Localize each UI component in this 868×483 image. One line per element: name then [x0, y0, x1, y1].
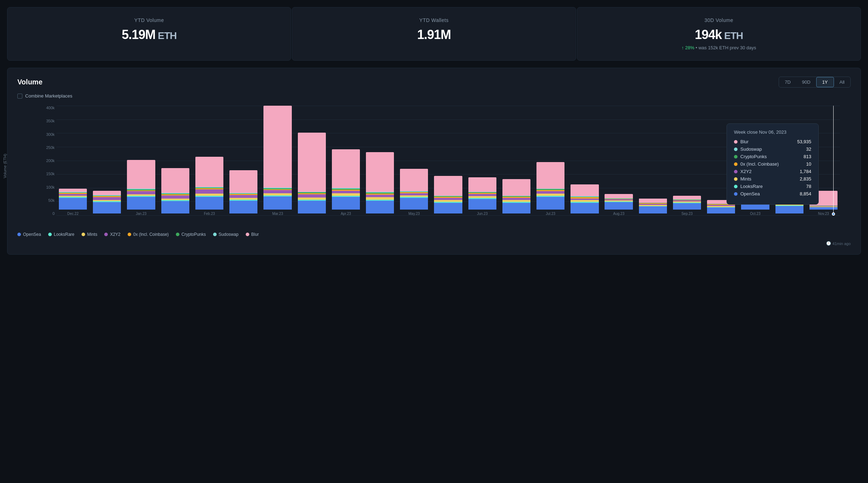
bar-segment-opensea	[332, 197, 360, 210]
bar-segment-blur	[195, 157, 223, 187]
x-axis-label: Dec.22	[67, 212, 79, 216]
bar-segment-blur	[605, 194, 633, 198]
bar-segment-blur	[127, 160, 155, 189]
tooltip-dot	[734, 148, 738, 151]
bar-group[interactable]	[227, 106, 260, 216]
combine-checkbox[interactable]	[17, 94, 22, 99]
legend-item-mints[interactable]: Mints	[82, 232, 98, 237]
bar-segment-opensea	[536, 197, 564, 210]
legend-dot	[246, 233, 249, 236]
legend-item-cryptopunks[interactable]: CryptoPunks	[176, 232, 206, 237]
tooltip-left: X2Y2	[734, 169, 752, 174]
time-filter-1y[interactable]: 1Y	[816, 77, 834, 87]
bar-segment-opensea	[468, 199, 496, 210]
y-axis-label: 200k	[46, 159, 55, 163]
bar-segment-opensea	[59, 198, 87, 210]
bar-group[interactable]	[295, 106, 328, 216]
stat-label: YTD Volume	[19, 17, 279, 23]
tooltip-value: 10	[806, 161, 811, 167]
legend-item-0x-(incl.-coinbase)[interactable]: 0x (Incl. Coinbase)	[128, 232, 169, 237]
bar-group[interactable]: Aug.23	[602, 106, 635, 216]
legend-dot	[17, 233, 21, 236]
bar-group[interactable]: May.23	[397, 106, 430, 216]
legend-item-blur[interactable]: Blur	[246, 232, 259, 237]
bar-segment-opensea	[809, 207, 838, 210]
tooltip: Week close Nov 06, 2023Blur53,935Sudoswa…	[727, 123, 819, 205]
y-axis-label: 250k	[46, 145, 55, 150]
bar-segment-blur	[298, 133, 326, 191]
bar-group[interactable]	[636, 106, 669, 216]
bar-segment-blur	[673, 196, 701, 200]
time-filter-90d[interactable]: 90D	[796, 77, 816, 87]
tooltip-row: CryptoPunks813	[734, 154, 811, 159]
tooltip-value: 813	[803, 154, 811, 159]
bars-area: Dec.22Jan.23Feb.23Mar.23Apr.23May.23Jun.…	[56, 106, 840, 216]
bar-group[interactable]: Mar.23	[261, 106, 294, 216]
x-axis-label: Feb.23	[204, 212, 215, 216]
bar-segment-x2y2	[195, 189, 223, 194]
x-axis-label: Jun.23	[477, 212, 488, 216]
tooltip-left: Mints	[734, 176, 751, 182]
bar-group[interactable]	[363, 106, 396, 216]
bar-group[interactable]: Dec.22	[56, 106, 89, 216]
bar-segment-opensea	[775, 206, 803, 213]
chart-header: Volume 7D90D1YAll	[17, 77, 851, 88]
x-axis-label: May.23	[408, 212, 420, 216]
bar-segment-opensea	[195, 197, 223, 210]
bar-segment-opensea	[605, 202, 633, 210]
bar-group[interactable]: Sep.23	[671, 106, 703, 216]
legend-label: OpenSea	[23, 232, 41, 237]
tooltip-row: LooksRare78	[734, 184, 811, 189]
cursor-dot	[832, 212, 835, 216]
bar-segment-blur	[263, 106, 291, 188]
legend-dot	[104, 233, 108, 236]
y-axis: 400k350k300k250k200k150k100k50k0	[39, 106, 55, 216]
bar-segment-opensea	[673, 203, 701, 210]
timestamp: 🕐 41min ago	[17, 241, 851, 246]
bar-segment-opensea	[434, 203, 462, 213]
x-axis-label: Jan.23	[136, 212, 146, 216]
y-axis-label: 150k	[46, 172, 55, 176]
bar-segment-opensea	[298, 201, 326, 213]
legend-item-sudoswap[interactable]: Sudoswap	[213, 232, 239, 237]
bar-group[interactable]	[90, 106, 123, 216]
legend-item-opensea[interactable]: OpenSea	[17, 232, 41, 237]
tooltip-row: Mints2,835	[734, 176, 811, 182]
stat-change: ↑ 28% • was 152k ETH prev 30 days	[589, 45, 849, 50]
bar-group[interactable]	[432, 106, 464, 216]
y-axis-label: 100k	[46, 185, 55, 189]
bar-segment-x2y2	[263, 190, 291, 193]
legend-dot	[213, 233, 217, 236]
legend-label: Mints	[87, 232, 98, 237]
bar-segment-opensea	[639, 206, 667, 213]
tooltip-dot	[734, 170, 738, 173]
legend-dot	[176, 233, 179, 236]
bar-group[interactable]: Jan.23	[124, 106, 157, 216]
bar-group[interactable]: Jul.23	[534, 106, 567, 216]
bar-segment-x2y2	[93, 197, 121, 200]
tooltip-dot	[734, 140, 738, 144]
tooltip-dot	[734, 192, 738, 196]
tooltip-dot	[734, 162, 738, 166]
bar-group[interactable]: Apr.23	[329, 106, 362, 216]
time-filter-all[interactable]: All	[834, 77, 850, 87]
tooltip-dot	[734, 155, 738, 159]
tooltip-name: CryptoPunks	[740, 154, 767, 159]
bar-group[interactable]: Feb.23	[193, 106, 226, 216]
bar-group[interactable]	[159, 106, 192, 216]
combine-row: Combine Marketplaces	[17, 93, 851, 99]
bar-group[interactable]	[500, 106, 533, 216]
legend-dot	[82, 233, 85, 236]
tooltip-row: 0x (Incl. Coinbase)10	[734, 161, 811, 167]
tooltip-title: Week close Nov 06, 2023	[734, 129, 811, 135]
bar-group[interactable]	[568, 106, 601, 216]
bar-segment-opensea	[400, 198, 428, 210]
stat-label: 30D Volume	[589, 17, 849, 23]
chart-container: 400k350k300k250k200k150k100k50k0 Dec.22J…	[56, 106, 840, 226]
bar-segment-blur	[536, 162, 564, 188]
time-filter-7d[interactable]: 7D	[779, 77, 796, 87]
legend-item-looksrare[interactable]: LooksRare	[48, 232, 74, 237]
bar-group[interactable]: Jun.23	[466, 106, 499, 216]
legend-item-x2y2[interactable]: X2Y2	[104, 232, 120, 237]
bar-segment-opensea	[366, 201, 394, 213]
